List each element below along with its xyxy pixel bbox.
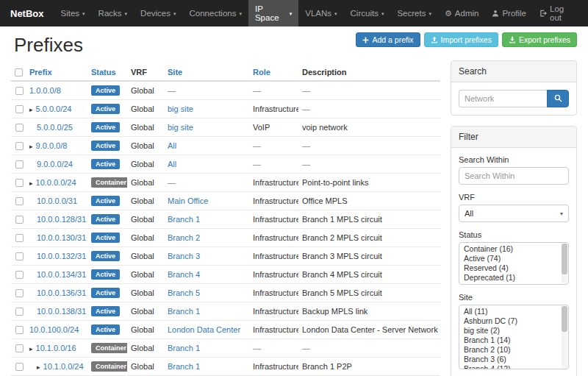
prefix-link[interactable]: 9.0.0.0/8 [36, 141, 68, 150]
expand-caret-icon[interactable]: ▸ [29, 106, 33, 113]
listbox-option[interactable]: Branch 2 (10) [459, 345, 568, 355]
site-link[interactable]: Branch 5 [168, 288, 200, 297]
search-within-input[interactable] [459, 167, 569, 185]
prefix-link[interactable]: 5.0.0.0/24 [36, 104, 72, 113]
row-checkbox[interactable] [15, 197, 24, 205]
prefix-link[interactable]: 9.0.0.0/24 [37, 160, 73, 169]
expand-caret-icon[interactable]: ▸ [29, 143, 33, 150]
nav-item-connections[interactable]: Connections▾ [183, 0, 248, 26]
listbox-option[interactable]: Reserved (4) [459, 263, 568, 273]
prefix-link[interactable]: 5.0.0.0/25 [37, 123, 73, 132]
log-out-link[interactable]: Log out [533, 0, 584, 26]
search-button[interactable] [547, 90, 569, 107]
nav-item-secrets[interactable]: Secrets▾ [390, 0, 438, 26]
empty-value: — [253, 160, 261, 169]
admin-link[interactable]: ⚙Admin [438, 0, 485, 26]
listbox-option[interactable]: Deprecated (1) [459, 273, 568, 283]
nav-item-ip-space[interactable]: IP Space▾ [248, 0, 298, 26]
row-checkbox[interactable] [15, 142, 24, 150]
site-link[interactable]: Branch 4 [168, 270, 200, 279]
listbox-option[interactable]: Container (16) [459, 244, 568, 254]
nav-item-sites[interactable]: Sites▾ [54, 0, 92, 26]
row-checkbox[interactable] [15, 216, 24, 224]
prefix-link[interactable]: 10.0.0.128/31 [37, 215, 86, 224]
prefix-row: 10.0.0.130/31ActiveGlobalBranch 2Infrast… [11, 229, 440, 247]
prefix-link[interactable]: 10.0.0.130/31 [37, 233, 86, 242]
add-a-prefix-button[interactable]: Add a prefix [356, 32, 420, 47]
app-brand[interactable]: NetBox [0, 0, 54, 26]
nav-item-racks[interactable]: Racks▾ [92, 0, 134, 26]
prefix-link[interactable]: 10.0.0.0/24 [36, 178, 76, 187]
expand-caret-icon[interactable]: ▸ [37, 363, 40, 371]
row-checkbox[interactable] [15, 160, 24, 169]
row-checkbox[interactable] [15, 344, 24, 352]
row-checkbox[interactable] [15, 363, 24, 371]
prefix-link[interactable]: 10.0.0.136/31 [37, 288, 86, 297]
prefix-link[interactable]: 10.1.0.0/16 [36, 344, 76, 352]
column-header-prefix[interactable]: Prefix [26, 64, 87, 81]
listbox-option[interactable]: Branch 1 (14) [459, 336, 568, 345]
nav-item-vlans[interactable]: VLANs▾ [298, 0, 343, 26]
prefix-link[interactable]: 10.0.0.0/31 [37, 196, 77, 205]
prefix-row: 10.0.100.0/24ActiveGlobalLondon Data Cen… [11, 321, 440, 339]
row-checkbox[interactable] [15, 308, 24, 316]
select-all-checkbox[interactable] [15, 68, 23, 77]
nav-item-circuits[interactable]: Circuits▾ [344, 0, 391, 26]
listbox-option[interactable]: big site (2) [459, 326, 568, 336]
listbox-option[interactable]: Ashburn DC (7) [459, 316, 568, 326]
expand-caret-icon[interactable]: ▸ [29, 345, 33, 352]
profile-link[interactable]: Profile [485, 0, 533, 26]
site-listbox[interactable]: All (11)Ashburn DC (7)big site (2)Branch… [459, 305, 569, 369]
row-checkbox[interactable] [15, 326, 24, 334]
scrollbar[interactable] [562, 306, 567, 368]
scrollbar-thumb[interactable] [562, 244, 567, 274]
row-checkbox[interactable] [15, 87, 24, 95]
row-checkbox[interactable] [15, 252, 24, 260]
site-link[interactable]: Main Office [168, 196, 208, 205]
prefix-link[interactable]: 10.0.0.132/31 [37, 252, 86, 260]
role-cell: Infrastructure [249, 266, 298, 284]
prefix-link[interactable]: 10.0.0.138/31 [37, 307, 86, 316]
site-link[interactable]: Branch 1 [168, 362, 200, 371]
scrollbar[interactable] [562, 244, 567, 283]
site-link[interactable]: London Data Center [168, 325, 240, 334]
vrf-select[interactable]: All ▾ [459, 205, 569, 222]
status-listbox[interactable]: Container (16)Active (74)Reserved (4)Dep… [459, 242, 569, 285]
row-checkbox[interactable] [15, 271, 24, 279]
row-checkbox[interactable] [15, 124, 24, 132]
site-link[interactable]: Branch 1 [168, 215, 200, 224]
column-header-status[interactable]: Status [87, 64, 127, 81]
site-link[interactable]: All [168, 141, 176, 150]
chevron-down-icon: ▾ [334, 11, 337, 17]
row-checkbox[interactable] [15, 179, 24, 187]
search-within-label: Search Within [459, 155, 569, 164]
listbox-option[interactable]: Branch 4 (12) [459, 364, 568, 369]
site-link[interactable]: big site [168, 123, 193, 132]
prefix-link[interactable]: 1.0.0.0/8 [29, 86, 61, 95]
expand-caret-icon[interactable]: ▸ [29, 180, 33, 187]
prefix-link[interactable]: 10.0.0.134/31 [37, 270, 86, 279]
import-prefixes-button[interactable]: Import prefixes [424, 32, 498, 47]
site-link[interactable]: big site [168, 104, 193, 113]
site-link[interactable]: Branch 1 [168, 307, 200, 316]
site-link[interactable]: Branch 1 [168, 344, 200, 352]
search-input[interactable] [459, 90, 547, 107]
site-link[interactable]: All [168, 160, 176, 169]
row-checkbox[interactable] [15, 289, 24, 297]
row-checkbox[interactable] [15, 234, 24, 242]
prefix-link[interactable]: 10.1.0.0/24 [43, 362, 84, 371]
listbox-option[interactable]: Active (74) [459, 254, 568, 263]
prefix-link[interactable]: 10.0.100.0/24 [29, 325, 79, 334]
site-link[interactable]: Branch 3 [168, 252, 200, 260]
export-prefixes-button[interactable]: Export prefixes [502, 32, 577, 47]
listbox-option[interactable]: Branch 3 (6) [459, 355, 568, 364]
search-panel: Search [451, 60, 577, 116]
column-header-role[interactable]: Role [249, 64, 298, 81]
nav-item-devices[interactable]: Devices▾ [134, 0, 182, 26]
row-checkbox[interactable] [15, 105, 24, 113]
empty-value: — [302, 344, 310, 352]
column-header-site[interactable]: Site [164, 64, 249, 81]
listbox-option[interactable]: All (11) [459, 307, 568, 316]
scrollbar-thumb[interactable] [562, 306, 567, 332]
site-link[interactable]: Branch 2 [168, 233, 200, 242]
